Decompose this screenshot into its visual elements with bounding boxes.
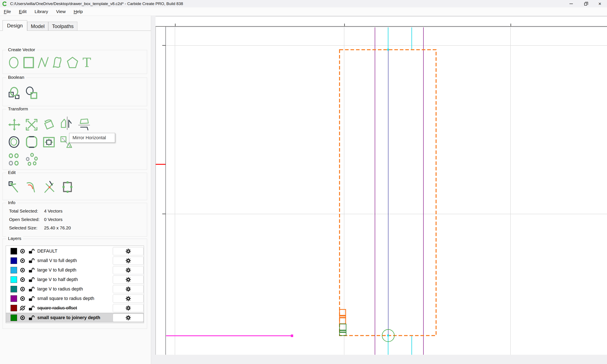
move-icon[interactable]: [8, 118, 20, 131]
layer-name[interactable]: large V to half depth: [37, 275, 78, 284]
boolean-union-icon[interactable]: [8, 87, 21, 99]
layer-row[interactable]: small square to joinery depth: [6, 313, 144, 322]
layer-settings-button[interactable]: [113, 275, 144, 284]
visibility-eye-icon[interactable]: [19, 268, 26, 273]
gear-icon: [125, 248, 131, 254]
close-icon[interactable]: ×: [593, 0, 607, 7]
construction-line[interactable]: [166, 335, 293, 337]
layer-row[interactable]: DEFAULT: [6, 247, 144, 256]
layer-color-swatch[interactable]: [11, 276, 17, 283]
window-controls: ×: [564, 0, 607, 7]
visibility-eye-icon[interactable]: [19, 249, 26, 254]
tab-bar: DesignModelToolpaths: [0, 16, 151, 31]
visibility-eye-off-icon[interactable]: [19, 306, 26, 311]
text-icon[interactable]: T: [81, 56, 93, 69]
boolean-subtract-icon[interactable]: [25, 87, 38, 99]
circular-array-icon[interactable]: [25, 153, 38, 166]
node-edit-icon[interactable]: [8, 181, 20, 193]
info-label: Open Selected:: [9, 217, 40, 222]
unlock-icon[interactable]: [28, 305, 35, 311]
vertical-ruler[interactable]: [156, 16, 166, 355]
unlock-icon[interactable]: [28, 286, 35, 292]
layer-settings-button[interactable]: [113, 304, 144, 312]
visibility-eye-icon[interactable]: [19, 296, 26, 301]
fillet-icon[interactable]: [26, 181, 38, 193]
menu-item-view[interactable]: View: [53, 9, 68, 14]
layer-color-swatch[interactable]: [11, 314, 17, 321]
circle-icon[interactable]: [8, 56, 20, 69]
unlock-icon[interactable]: [28, 277, 35, 282]
boolean-section: Boolean: [2, 78, 147, 106]
rotate-icon[interactable]: [43, 118, 55, 131]
layer-name[interactable]: small square to joinery depth: [37, 313, 100, 323]
layer-color-swatch[interactable]: [11, 295, 17, 302]
layer-settings-button[interactable]: [113, 285, 144, 293]
menu-item-library[interactable]: Library: [32, 9, 51, 14]
stock-boundary-rect[interactable]: [340, 50, 436, 336]
visibility-eye-icon[interactable]: [19, 315, 26, 320]
visibility-eye-icon[interactable]: [19, 258, 26, 263]
round-corners-icon[interactable]: [26, 136, 38, 148]
restore-icon[interactable]: [578, 0, 593, 7]
layer-settings-button[interactable]: [113, 266, 144, 274]
design-sidebar: DesignModelToolpaths Create Vector T Boo…: [0, 16, 151, 364]
minimize-icon[interactable]: [564, 0, 578, 7]
menu-item-edit[interactable]: Edit: [16, 9, 29, 14]
tab-toolpaths[interactable]: Toolpaths: [48, 22, 77, 31]
design-canvas[interactable]: [166, 27, 607, 355]
layer-row[interactable]: large V to half depth: [6, 275, 144, 284]
layer-row[interactable]: square radius offset: [6, 303, 144, 313]
layer-color-swatch[interactable]: [11, 257, 17, 264]
canvas-drawing: [166, 27, 607, 355]
horizontal-ruler[interactable]: [156, 16, 607, 27]
layer-color-swatch[interactable]: [11, 248, 17, 254]
layer-row[interactable]: large V to full depth: [6, 265, 144, 275]
layer-settings-button[interactable]: [113, 314, 144, 322]
layer-settings-button[interactable]: [113, 247, 144, 255]
curve-icon[interactable]: [52, 56, 64, 69]
linear-array-icon[interactable]: [8, 153, 19, 166]
joinery-rects[interactable]: [340, 324, 346, 336]
unlock-icon[interactable]: [28, 248, 35, 254]
unlock-icon[interactable]: [28, 268, 35, 273]
tab-model[interactable]: Model: [27, 22, 48, 31]
menu-item-help[interactable]: Help: [71, 9, 86, 14]
polyline-icon[interactable]: [37, 56, 50, 69]
canvas-area[interactable]: [151, 16, 607, 364]
tab-design[interactable]: Design: [2, 20, 27, 31]
layer-name[interactable]: small V to full depth: [37, 256, 77, 265]
visibility-eye-icon[interactable]: [19, 287, 26, 292]
layer-color-swatch[interactable]: [11, 286, 17, 292]
layer-name[interactable]: large V to radius depth: [37, 284, 83, 294]
polygon-icon[interactable]: [66, 56, 79, 69]
unlock-icon[interactable]: [28, 258, 35, 263]
pocket-rects[interactable]: [340, 310, 346, 324]
layer-name[interactable]: square radius offset: [37, 303, 77, 313]
visibility-eye-icon[interactable]: [19, 277, 26, 282]
title-bar: C:/Users/willa/OneDrive/Desktop/drawer_b…: [0, 0, 607, 7]
layer-color-swatch[interactable]: [11, 305, 17, 311]
rectangle-icon[interactable]: [23, 56, 35, 69]
layer-name[interactable]: small square to radius depth: [37, 294, 94, 303]
inset-icon[interactable]: [43, 136, 55, 148]
unlock-icon[interactable]: [28, 296, 35, 301]
create-vector-section: Create Vector T: [2, 50, 147, 74]
layer-name[interactable]: large V to full depth: [37, 265, 76, 275]
layer-row[interactable]: small V to full depth: [6, 256, 144, 265]
scale-icon[interactable]: [26, 118, 38, 131]
layer-name[interactable]: DEFAULT: [37, 247, 57, 256]
resize-icon[interactable]: [61, 181, 74, 193]
mirror-vertical-icon[interactable]: [78, 118, 90, 131]
mirror-horizontal-icon[interactable]: [60, 117, 73, 132]
offset-icon[interactable]: [8, 136, 20, 148]
layer-settings-button[interactable]: [113, 295, 144, 303]
unlock-icon[interactable]: [28, 315, 35, 320]
gear-icon: [125, 277, 131, 283]
layer-settings-button[interactable]: [113, 257, 144, 265]
menu-item-file[interactable]: File: [1, 9, 14, 14]
carbide-create-logo-icon: [2, 1, 7, 6]
layer-row[interactable]: small square to radius depth: [6, 294, 144, 303]
trim-vector-icon[interactable]: [44, 181, 56, 193]
layer-row[interactable]: large V to radius depth: [6, 284, 144, 294]
layer-color-swatch[interactable]: [11, 267, 17, 273]
